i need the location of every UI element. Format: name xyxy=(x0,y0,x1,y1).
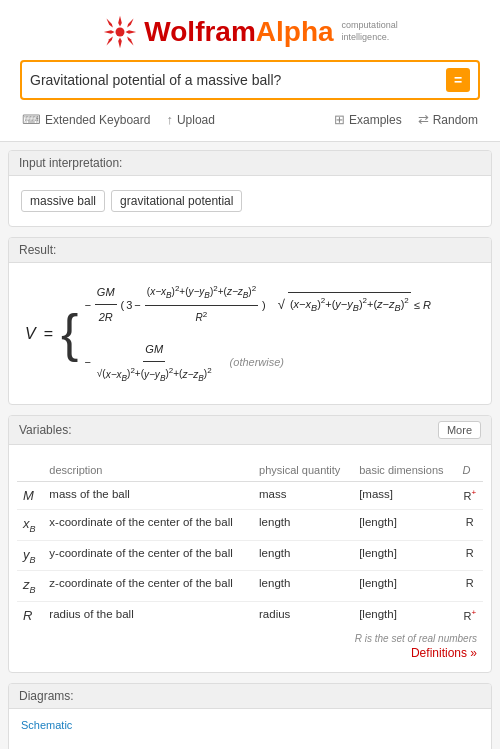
variables-table-body: M mass of the ball mass [mass] R+ xB x-c… xyxy=(17,482,483,629)
table-row: yB y-coordinate of the center of the bal… xyxy=(17,540,483,571)
table-row: xB x-coordinate of the center of the bal… xyxy=(17,510,483,541)
formula-cases: − GM 2R ( 3 − (x−xB)2+(y−yB)2+(z−zB)2 xyxy=(84,281,430,386)
var-desc-yB: y-coordinate of the center of the ball xyxy=(43,540,253,571)
svg-marker-5 xyxy=(128,37,134,46)
examples-button[interactable]: ⊞ Examples xyxy=(334,112,402,127)
header: WolframAlpha computational intelligence.… xyxy=(0,0,500,142)
schematic-label: Schematic xyxy=(21,719,479,731)
extended-keyboard-label: Extended Keyboard xyxy=(45,113,150,127)
table-row: zB z-coordinate of the center of the bal… xyxy=(17,571,483,602)
col-domain: D xyxy=(457,459,483,482)
frac-dist-R2: (x−xB)2+(y−yB)2+(z−zB)2 R2 xyxy=(145,281,258,328)
input-interpretation-header: Input interpretation: xyxy=(9,151,491,176)
col-physical-quantity: physical quantity xyxy=(253,459,353,482)
keyboard-icon: ⌨ xyxy=(22,112,41,127)
svg-marker-4 xyxy=(107,19,113,28)
var-pq-xB: length xyxy=(253,510,353,541)
input-interpretation-body: massive ball gravitational potential xyxy=(9,176,491,226)
logo-text: WolframAlpha xyxy=(144,16,333,48)
var-desc-M: mass of the ball xyxy=(43,482,253,510)
variables-card: Variables: More description physical qua… xyxy=(8,415,492,673)
var-symbol-zB: zB xyxy=(17,571,43,602)
diagrams-header: Diagrams: xyxy=(9,684,491,709)
toolbar-right: ⊞ Examples ⇄ Random xyxy=(334,112,478,127)
var-desc-R: radius of the ball xyxy=(43,602,253,630)
formula-equals: = xyxy=(44,318,53,350)
svg-marker-1 xyxy=(119,37,123,48)
table-row: R radius of the ball radius [length] R+ xyxy=(17,602,483,630)
diagrams-body: Schematic xyxy=(9,709,491,749)
var-symbol-yB: yB xyxy=(17,540,43,571)
extended-keyboard-button[interactable]: ⌨ Extended Keyboard xyxy=(22,112,150,127)
search-input[interactable] xyxy=(30,72,446,88)
logo-container: WolframAlpha computational intelligence. xyxy=(10,14,490,50)
tag-gravitational-potential: gravitational potential xyxy=(111,190,242,212)
upload-label: Upload xyxy=(177,113,215,127)
variables-body: description physical quantity basic dime… xyxy=(9,445,491,672)
r-footnote: R is the set of real numbers xyxy=(17,629,483,644)
tag-massive-ball: massive ball xyxy=(21,190,105,212)
result-card: Result: V = { − GM xyxy=(8,237,492,405)
var-bd-zB: [length] xyxy=(353,571,456,602)
var-d-R: R+ xyxy=(457,602,483,630)
svg-point-8 xyxy=(116,28,125,37)
var-desc-xB: x-coordinate of the center of the ball xyxy=(43,510,253,541)
var-d-zB: R xyxy=(457,571,483,602)
var-bd-xB: [length] xyxy=(353,510,456,541)
var-bd-R: [length] xyxy=(353,602,456,630)
var-d-xB: R xyxy=(457,510,483,541)
svg-marker-7 xyxy=(107,37,113,46)
logo-tagline: computational intelligence. xyxy=(342,20,398,43)
var-symbol-R: R xyxy=(17,602,43,630)
var-pq-yB: length xyxy=(253,540,353,571)
case1-condition: √ (x−xB)2+(y−yB)2+(z−zB)2 ≤ R xyxy=(278,292,431,318)
wolfram-logo-icon xyxy=(102,14,138,50)
formula-main-row: V = { − GM 2R ( xyxy=(25,281,475,386)
toolbar: ⌨ Extended Keyboard ↑ Upload ⊞ Examples … xyxy=(10,108,490,135)
frac-GM-dist: GM √(x−xB)2+(y−yB)2+(z−zB)2 xyxy=(95,338,214,386)
col-description: description xyxy=(43,459,253,482)
var-d-M: R+ xyxy=(457,482,483,510)
random-icon: ⇄ xyxy=(418,112,429,127)
formula-area: V = { − GM 2R ( xyxy=(21,273,479,394)
upload-icon: ↑ xyxy=(166,112,173,127)
logo-alpha: Alpha xyxy=(256,16,334,47)
examples-label: Examples xyxy=(349,113,402,127)
result-body: V = { − GM 2R ( xyxy=(9,263,491,404)
var-pq-M: mass xyxy=(253,482,353,510)
variables-header-row-th: description physical quantity basic dime… xyxy=(17,459,483,482)
variables-table: description physical quantity basic dime… xyxy=(17,459,483,629)
variables-header: Variables: More xyxy=(9,416,491,445)
case2-expr: − GM √(x−xB)2+(y−yB)2+(z−zB)2 xyxy=(84,338,215,386)
logo-wolfram: Wolfram xyxy=(144,16,256,47)
case1-expr: − GM 2R ( 3 − (x−xB)2+(y−yB)2+(z−zB)2 xyxy=(84,281,265,328)
var-symbol-M: M xyxy=(17,482,43,510)
examples-icon: ⊞ xyxy=(334,112,345,127)
var-bd-yB: [length] xyxy=(353,540,456,571)
random-button[interactable]: ⇄ Random xyxy=(418,112,478,127)
main-content: Input interpretation: massive ball gravi… xyxy=(0,142,500,749)
svg-marker-6 xyxy=(128,19,134,28)
toolbar-left: ⌨ Extended Keyboard ↑ Upload xyxy=(22,112,334,127)
var-d-yB: R xyxy=(457,540,483,571)
variables-table-head: description physical quantity basic dime… xyxy=(17,459,483,482)
frac-GM-2R: GM 2R xyxy=(95,281,117,328)
formula-brace: { xyxy=(61,310,78,357)
input-interpretation-card: Input interpretation: massive ball gravi… xyxy=(8,150,492,227)
svg-marker-2 xyxy=(104,30,115,34)
otherwise-label: (otherwise) xyxy=(230,351,284,373)
random-label: Random xyxy=(433,113,478,127)
more-button[interactable]: More xyxy=(438,421,481,439)
var-pq-zB: length xyxy=(253,571,353,602)
search-submit-button[interactable]: = xyxy=(446,68,470,92)
case-row-2: − GM √(x−xB)2+(y−yB)2+(z−zB)2 (otherwise… xyxy=(84,338,430,386)
var-bd-M: [mass] xyxy=(353,482,456,510)
sphere-diagram: x z y xyxy=(21,739,479,749)
col-symbol xyxy=(17,459,43,482)
var-pq-R: radius xyxy=(253,602,353,630)
upload-button[interactable]: ↑ Upload xyxy=(166,112,215,127)
definitions-link[interactable]: Definitions » xyxy=(17,644,483,666)
diagrams-card: Diagrams: Schematic xyxy=(8,683,492,749)
var-desc-zB: z-coordinate of the center of the ball xyxy=(43,571,253,602)
table-row: M mass of the ball mass [mass] R+ xyxy=(17,482,483,510)
